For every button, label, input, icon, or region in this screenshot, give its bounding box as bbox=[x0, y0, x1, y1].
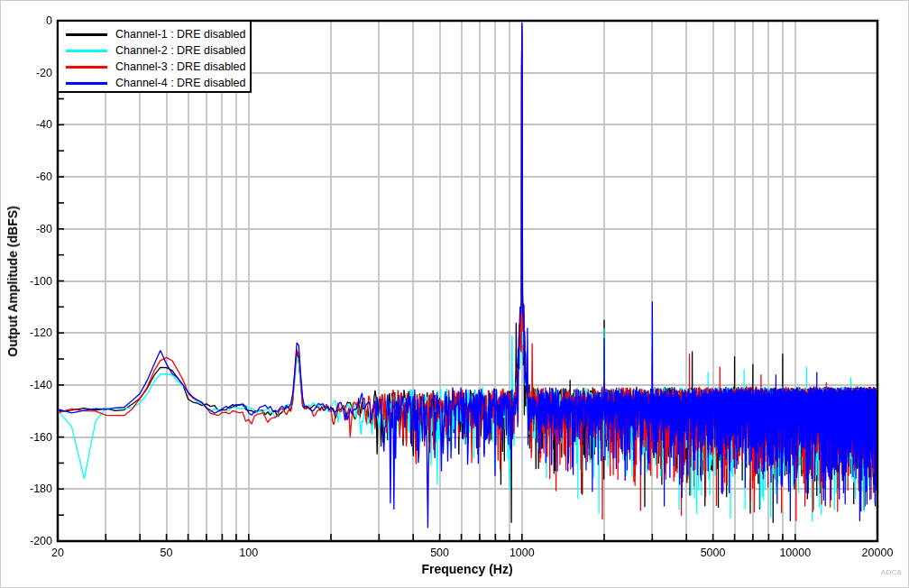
y-tick-label: -80 bbox=[13, 223, 52, 235]
legend-item: Channel-1 : DRE disabled bbox=[59, 26, 250, 42]
channel-3-line-swatch bbox=[66, 66, 107, 69]
legend: Channel-1 : DRE disabled Channel-2 : DRE… bbox=[57, 20, 252, 93]
x-axis-title: Frequency (Hz) bbox=[421, 562, 512, 576]
y-tick-label: -20 bbox=[13, 67, 52, 79]
x-tick-label: 500 bbox=[430, 547, 449, 559]
x-tick-label: 1000 bbox=[510, 547, 535, 559]
legend-item-label: Channel-1 : DRE disabled bbox=[115, 28, 246, 41]
y-tick-label: -160 bbox=[13, 431, 52, 444]
x-tick-label: 50 bbox=[161, 547, 173, 559]
x-tick-label: 5000 bbox=[701, 547, 726, 559]
y-tick-label: 0 bbox=[13, 14, 52, 27]
legend-item: Channel-2 : DRE disabled bbox=[59, 42, 250, 59]
legend-item-label: Channel-4 : DRE disabled bbox=[115, 77, 246, 89]
y-tick-label: -100 bbox=[13, 275, 52, 288]
x-tick-label: 20000 bbox=[862, 547, 894, 559]
y-tick-label: -40 bbox=[13, 118, 52, 131]
channel-1-line-swatch bbox=[66, 33, 107, 36]
watermark: ADC6 bbox=[881, 568, 902, 576]
x-tick-label: 100 bbox=[239, 547, 258, 559]
y-tick-label: -60 bbox=[13, 170, 52, 183]
x-tick-label: 10000 bbox=[779, 547, 811, 559]
channel-2-line-swatch bbox=[66, 50, 107, 52]
legend-item: Channel-4 : DRE disabled bbox=[59, 75, 250, 91]
y-tick-label: -120 bbox=[13, 326, 52, 339]
channel-4-line-swatch bbox=[66, 82, 107, 85]
legend-item: Channel-3 : DRE disabled bbox=[59, 59, 250, 75]
y-tick-label: -180 bbox=[13, 482, 52, 495]
y-tick-label: -140 bbox=[13, 379, 52, 391]
fft-spectrum-figure: Output Amplitude (dBFS) Frequency (Hz) C… bbox=[0, 0, 909, 588]
x-tick-label: 20 bbox=[51, 547, 64, 559]
y-tick-label: -200 bbox=[13, 535, 52, 547]
legend-item-label: Channel-3 : DRE disabled bbox=[115, 60, 246, 73]
legend-item-label: Channel-2 : DRE disabled bbox=[115, 44, 246, 57]
